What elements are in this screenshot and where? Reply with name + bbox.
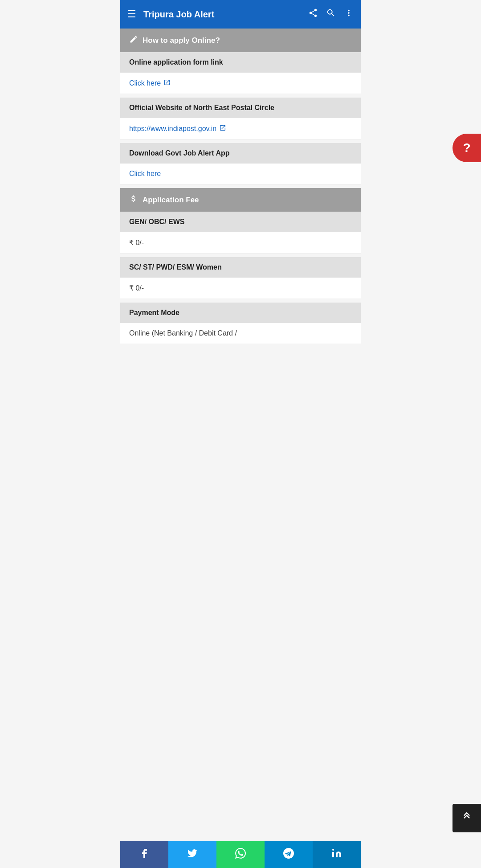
search-icon[interactable] bbox=[326, 8, 336, 20]
main-content: How to apply Online? Online application … bbox=[120, 29, 361, 375]
online-form-link-row: Click here bbox=[120, 73, 361, 94]
how-to-apply-label: How to apply Online? bbox=[143, 36, 220, 45]
indiapost-external-icon bbox=[219, 124, 226, 133]
application-fee-label: Application Fee bbox=[143, 196, 199, 205]
divider-5 bbox=[120, 299, 361, 303]
official-website-label: Official Website of North East Postal Ci… bbox=[129, 104, 274, 111]
download-app-link-row: Click here bbox=[120, 164, 361, 184]
divider-4 bbox=[120, 254, 361, 257]
online-form-label-row: Online application form link bbox=[120, 52, 361, 73]
indiapost-link-row: https://www.indiapost.gov.in bbox=[120, 118, 361, 139]
divider-3 bbox=[120, 184, 361, 188]
divider-2 bbox=[120, 139, 361, 143]
share-icon[interactable] bbox=[308, 8, 318, 20]
download-app-label: Download Govt Job Alert App bbox=[129, 149, 229, 157]
gen-obc-ews-value-row: ₹ 0/- bbox=[120, 232, 361, 254]
how-to-apply-header: How to apply Online? bbox=[120, 29, 361, 52]
sc-st-pwd-value-row: ₹ 0/- bbox=[120, 278, 361, 299]
download-app-label-row: Download Govt Job Alert App bbox=[120, 143, 361, 164]
application-fee-header: Application Fee bbox=[120, 188, 361, 212]
gen-obc-ews-label-row: GEN/ OBC/ EWS bbox=[120, 212, 361, 232]
edit-icon bbox=[129, 35, 138, 46]
more-options-icon[interactable] bbox=[344, 8, 354, 20]
click-here-text: Click here bbox=[129, 79, 161, 87]
gen-obc-ews-value: ₹ 0/- bbox=[129, 239, 144, 246]
sc-st-pwd-label-row: SC/ ST/ PWD/ ESM/ Women bbox=[120, 257, 361, 278]
navbar-title: Tripura Job Alert bbox=[143, 9, 308, 20]
sc-st-pwd-label: SC/ ST/ PWD/ ESM/ Women bbox=[129, 263, 222, 271]
navbar: ☰ Tripura Job Alert bbox=[120, 0, 361, 29]
payment-mode-value-row: Online (Net Banking / Debit Card / bbox=[120, 323, 361, 344]
payment-mode-value: Online (Net Banking / Debit Card / bbox=[129, 329, 237, 337]
external-link-icon bbox=[163, 79, 171, 87]
official-website-label-row: Official Website of North East Postal Ci… bbox=[120, 98, 361, 118]
click-here-link[interactable]: Click here bbox=[129, 79, 171, 87]
download-app-link[interactable]: Click here bbox=[129, 170, 161, 178]
payment-mode-label: Payment Mode bbox=[129, 309, 179, 316]
online-form-label: Online application form link bbox=[129, 58, 223, 66]
indiapost-url: https://www.indiapost.gov.in bbox=[129, 125, 216, 133]
menu-icon[interactable]: ☰ bbox=[127, 9, 136, 19]
download-app-click-text: Click here bbox=[129, 170, 161, 178]
indiapost-link[interactable]: https://www.indiapost.gov.in bbox=[129, 124, 226, 133]
gen-obc-ews-label: GEN/ OBC/ EWS bbox=[129, 218, 184, 225]
payment-mode-label-row: Payment Mode bbox=[120, 303, 361, 323]
divider-1 bbox=[120, 94, 361, 98]
fee-icon bbox=[129, 194, 138, 205]
sc-st-pwd-value: ₹ 0/- bbox=[129, 284, 144, 292]
navbar-actions bbox=[308, 8, 354, 20]
